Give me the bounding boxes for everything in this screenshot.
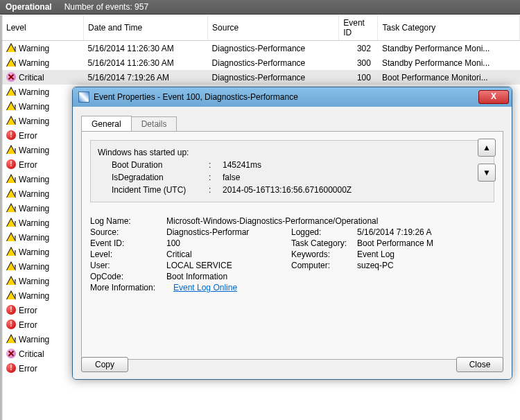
warning-icon [6,334,16,344]
cell-level: Error [19,131,37,141]
cell-task: Standby Performance Moni... [378,41,520,56]
cell-task: Standby Performance Moni... [378,55,520,70]
col-event-id[interactable]: Event ID [339,15,378,41]
error-icon [6,130,16,140]
dialog-title: Event Properties - Event 100, Diagnostic… [94,92,474,102]
event-message: Windows has started up: Boot Duration:14… [90,140,494,202]
col-task-category[interactable]: Task Category [378,15,520,41]
warning-icon [6,101,16,111]
table-row[interactable]: Warning5/16/2014 11:26:30 AMDiagnostics-… [2,55,520,70]
dialog-sys-icon [78,91,89,103]
tab-strip: General Details [81,115,503,131]
warning-icon [6,276,16,286]
dialog-buttons: Copy Close [81,357,503,372]
cell-date: 5/16/2014 11:26:30 AM [84,55,208,70]
critical-icon [6,72,16,82]
header-bar: Operational Number of events: 957 [0,0,520,15]
copy-button[interactable]: Copy [81,357,128,372]
error-icon [6,320,16,329]
cell-source: Diagnostics-Performance [208,70,339,85]
warning-icon [6,43,16,53]
col-level[interactable]: Level [2,15,84,41]
col-source[interactable]: Source [208,15,339,41]
cell-level: Error [19,364,37,374]
cell-event-id: 302 [339,41,378,56]
warning-icon [6,145,16,155]
cell-level: Error [19,320,37,330]
nav-buttons: ▲ ▼ [478,139,496,182]
cell-source: Diagnostics-Performance [208,41,339,56]
view-title: Operational [6,2,52,12]
warning-icon [6,290,16,300]
cell-level: Critical [19,73,44,82]
warning-icon [6,87,16,96]
close-button[interactable]: Close [456,357,503,372]
event-log-online-link[interactable]: Event Log Online [173,283,237,292]
warning-icon [6,261,16,271]
close-icon[interactable]: X [478,90,509,104]
cell-event-id: 300 [339,55,378,70]
cell-level: Error [19,160,37,170]
warning-icon [6,247,16,256]
event-properties-dialog: Event Properties - Event 100, Diagnostic… [72,87,512,380]
cell-event-id: 100 [339,70,378,85]
cell-task: Boot Performance Monitori... [378,70,520,85]
cell-date: 5/16/2014 7:19:26 AM [84,70,208,85]
cell-source: Diagnostics-Performance [208,55,339,70]
cell-date: 5/16/2014 11:26:30 AM [84,41,208,56]
event-metadata: Log Name:Microsoft-Windows-Diagnostics-P… [90,216,478,292]
warning-icon [6,218,16,227]
error-icon [6,305,16,315]
tab-panel: Windows has started up: Boot Duration:14… [81,131,503,360]
error-icon [6,159,16,169]
msg-heading: Windows has started up: [98,146,487,159]
error-icon [6,363,16,373]
tab-general[interactable]: General [81,116,132,132]
warning-icon [6,232,16,242]
dialog-titlebar[interactable]: Event Properties - Event 100, Diagnostic… [73,87,512,107]
dialog-body: General Details Windows has started up: … [73,107,512,379]
critical-icon [6,349,16,358]
event-count: Number of events: 957 [64,2,148,12]
table-row[interactable]: Warning5/16/2014 11:26:30 AMDiagnostics-… [2,41,520,56]
cell-level: Critical [19,349,44,359]
warning-icon [6,189,16,198]
warning-icon [6,203,16,213]
table-row[interactable]: Critical5/16/2014 7:19:26 AMDiagnostics-… [2,70,520,85]
warning-icon [6,116,16,125]
tab-details[interactable]: Details [131,116,177,132]
prev-event-button[interactable]: ▲ [478,139,496,157]
next-event-button[interactable]: ▼ [478,164,496,182]
col-date[interactable]: Date and Time [84,15,208,41]
warning-icon [6,174,16,184]
warning-icon [6,58,16,67]
cell-level: Error [19,306,37,315]
column-headers: Level Date and Time Source Event ID Task… [2,15,520,41]
